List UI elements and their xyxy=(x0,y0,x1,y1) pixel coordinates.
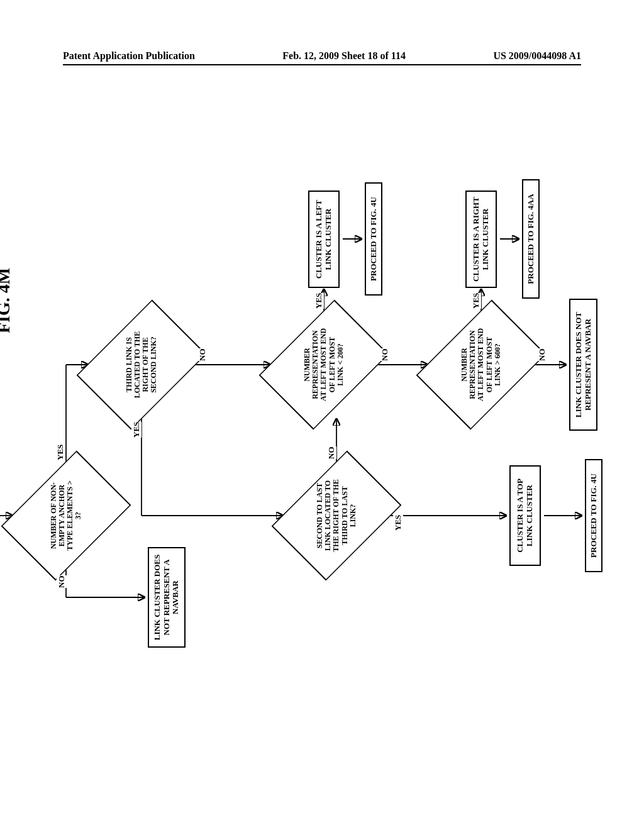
d5-yes-label: YES xyxy=(471,293,481,309)
goto-g2: PROCEED TO FIG. 4U xyxy=(365,182,382,296)
flowchart-stage: FROM FIG. 4L FIG. 4M NUMBER OF NON-EMPTY… xyxy=(0,176,644,679)
decision-d4-text: NUMBER REPRESENTATION AT LEFT MOST END O… xyxy=(270,311,377,418)
d1-no-label: NO xyxy=(57,576,67,589)
terminal-t1: LINK CLUSTER DOES NOT REPRESENT A NAVBAR xyxy=(148,547,186,648)
header-center: Feb. 12, 2009 Sheet 18 of 114 xyxy=(282,50,406,62)
decision-d3-text: SECOND TO LAST LINK LOCATED TO THE RIGHT… xyxy=(283,462,390,569)
figure-title: FIG. 4M xyxy=(0,268,14,333)
d4-yes-label: YES xyxy=(314,293,324,309)
decision-d2: THIRD LINK IS LOCATED TO THE RIGHT OF TH… xyxy=(88,311,195,418)
header-right: US 2009/0044098 A1 xyxy=(493,50,581,62)
terminal-t2: LINK CLUSTER DOES NOT REPRESENT A NAVBAR xyxy=(569,299,597,431)
process-p3: CLUSTER IS A RIGHT LINK CLUSTER xyxy=(465,191,497,288)
decision-d5-text: NUMBER REPRESENTATION AT LEFT MOST END O… xyxy=(428,311,535,418)
process-p2: CLUSTER IS A LEFT LINK CLUSTER xyxy=(308,191,340,288)
header-left: Patent Application Publication xyxy=(63,50,195,62)
page-header: Patent Application Publication Feb. 12, … xyxy=(63,50,581,65)
goto-g3: PROCEED TO FIG. 4AA xyxy=(522,179,540,299)
decision-d5: NUMBER REPRESENTATION AT LEFT MOST END O… xyxy=(428,311,535,418)
decision-d3: SECOND TO LAST LINK LOCATED TO THE RIGHT… xyxy=(283,462,390,569)
d4-no-label: NO xyxy=(380,349,390,362)
process-p1: CLUSTER IS A TOP LINK CLUSTER xyxy=(509,465,541,566)
d1-yes-label: YES xyxy=(55,445,65,460)
d3-yes-label: YES xyxy=(393,515,403,531)
goto-g1: PROCEED TO FIG. 4U xyxy=(585,459,602,572)
decision-d2-text: THIRD LINK IS LOCATED TO THE RIGHT OF TH… xyxy=(88,311,195,418)
decision-d4: NUMBER REPRESENTATION AT LEFT MOST END O… xyxy=(270,311,377,418)
decision-d1: NUMBER OF NON-EMPTY ANCHOR TYPE ELEMENTS… xyxy=(13,462,119,569)
d5-no-label: NO xyxy=(537,349,547,362)
decision-d1-text: NUMBER OF NON-EMPTY ANCHOR TYPE ELEMENTS… xyxy=(13,462,119,569)
d3-no-label: NO xyxy=(326,447,336,460)
d2-yes-label: YES xyxy=(131,422,142,438)
d2-no-label: NO xyxy=(197,349,208,362)
